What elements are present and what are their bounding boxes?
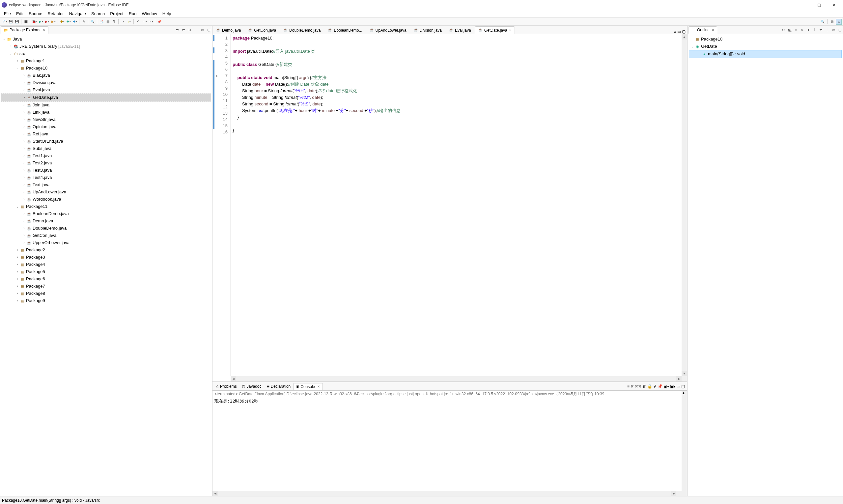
java-file-node[interactable]: ›☕GetCon.java [1, 232, 211, 239]
outline-menu-button[interactable]: ⋮ [825, 28, 830, 33]
package-explorer-tree[interactable]: ⌄📁 Java ›📚 JRE System Library [JavaSE-11… [0, 34, 212, 496]
forward-button[interactable]: → [148, 19, 154, 25]
package-node[interactable]: ›▦Package3 [1, 254, 211, 261]
package-node[interactable]: ›▦ Package1 [1, 57, 211, 65]
console-clear-button[interactable]: 🗑 [642, 384, 646, 389]
java-file-node[interactable]: ›☕Text.java [1, 181, 211, 188]
java-perspective-button[interactable]: ♨ [836, 19, 842, 25]
last-edit-button[interactable]: ↶ [135, 19, 141, 25]
menu-help[interactable]: Help [160, 11, 174, 17]
quick-access-button[interactable]: 🔍 [820, 19, 826, 25]
java-file-node[interactable]: ›☕Blak.java [1, 72, 211, 79]
editor-content[interactable]: package Package10; import java.util.Date… [231, 34, 682, 376]
menu-source[interactable]: Source [26, 11, 45, 17]
package-node[interactable]: ›▦Package9 [1, 297, 211, 304]
new-button[interactable]: 📄 [1, 19, 7, 25]
save-button[interactable]: 💾 [7, 19, 14, 25]
console-scroll-lock-button[interactable]: 🔒 [647, 384, 652, 389]
menu-refactor[interactable]: Refactor [45, 11, 67, 17]
close-icon[interactable]: ✕ [317, 385, 320, 389]
project-node[interactable]: ⌄📁 Java [1, 36, 211, 43]
src-folder-node[interactable]: ⌄🗀 src [1, 50, 211, 57]
console-output[interactable]: 现在是:22时39分02秒 [213, 398, 682, 491]
minimize-button[interactable]: — [797, 0, 812, 10]
scroll-right-icon[interactable]: ▶ [676, 376, 682, 381]
editor-tab[interactable]: ☕BooleanDemo... [324, 26, 366, 34]
console-terminate-button[interactable]: ■ [627, 384, 629, 389]
java-file-node[interactable]: ›☕Test2.java [1, 159, 211, 167]
search-button[interactable]: 🔍 [90, 19, 95, 25]
run-button[interactable]: ▶ [38, 19, 44, 25]
console-remove-all-button[interactable]: ✖✖ [635, 384, 641, 389]
close-window-button[interactable]: ✕ [827, 0, 841, 10]
minimize-view-button[interactable]: ▭ [200, 28, 205, 33]
scroll-down-icon[interactable]: ▼ [682, 371, 687, 376]
editor-tab[interactable]: ☕Demo.java [213, 26, 245, 34]
outline-tree[interactable]: ▦ Package10 ⌄◉ GetDate ● main(String[]) … [687, 34, 843, 59]
console-show-button[interactable]: ▣▾ [663, 384, 669, 389]
toggle-block-button[interactable]: ▤ [105, 19, 111, 25]
console-word-wrap-button[interactable]: ↲ [653, 384, 657, 389]
outline-focus-button[interactable]: ⊙ [781, 28, 786, 33]
menu-file[interactable]: File [1, 11, 14, 17]
java-file-node[interactable]: ›☕Opinion.java [1, 123, 211, 130]
focus-button[interactable]: ⊙ [187, 28, 192, 33]
next-annotation-button[interactable]: ↓ [120, 19, 126, 25]
run-last-button[interactable]: ▶ [50, 19, 56, 25]
new-package-button[interactable]: ✚ [66, 19, 71, 25]
maximize-button[interactable]: ▢ [812, 0, 827, 10]
coverage-button[interactable]: ▶ [44, 19, 50, 25]
package-node[interactable]: ›▦Package7 [1, 283, 211, 290]
java-file-node[interactable]: ›☕Wordbook.java [1, 196, 211, 203]
view-menu-button[interactable]: ⋮ [193, 28, 199, 33]
maximize-view-button[interactable]: ▢ [206, 28, 211, 33]
menu-project[interactable]: Project [107, 11, 126, 17]
menu-search[interactable]: Search [89, 11, 107, 17]
console-open-button[interactable]: ▣▾ [670, 384, 676, 389]
editor-vertical-scrollbar[interactable]: ▲ ▼ [682, 34, 687, 376]
console-pin-button[interactable]: 📌 [658, 384, 662, 389]
outline-hide-local-button[interactable]: l [812, 28, 817, 33]
bottom-tab-declaration[interactable]: ≣Declaration [264, 383, 293, 390]
toggle-mark-button[interactable]: 📑 [98, 19, 104, 25]
close-icon[interactable]: ✕ [509, 29, 511, 32]
open-perspective-button[interactable]: ⊞ [829, 19, 835, 25]
bottom-tab-problems[interactable]: ⚠Problems [213, 383, 239, 390]
minimize-bottom-button[interactable]: ▭ [677, 384, 680, 389]
pin-editor-button[interactable]: 📌 [157, 19, 162, 25]
package-node[interactable]: ›▦Package6 [1, 275, 211, 283]
java-file-node[interactable]: ›☕StartOrEnd.java [1, 138, 211, 145]
bottom-tab-javadoc[interactable]: @Javadoc [239, 383, 264, 390]
package-node[interactable]: ›▦Package8 [1, 290, 211, 297]
maximize-outline-button[interactable]: ▢ [837, 28, 842, 33]
outline-hide-nonpublic-button[interactable]: ● [806, 28, 811, 33]
java-file-node[interactable]: ›☕Test4.java [1, 174, 211, 181]
close-icon[interactable]: ✕ [712, 28, 714, 32]
save-all-button[interactable]: 💾 [14, 19, 20, 25]
package-node[interactable]: ›▦Package2 [1, 247, 211, 254]
java-file-node[interactable]: ›☕Demo.java [1, 217, 211, 224]
editor-tab[interactable]: ☕GetDate.java✕ [475, 26, 515, 34]
collapse-all-button[interactable]: ⇆ [175, 28, 180, 33]
editor-tab[interactable]: ☕UpAndLower.java [366, 26, 410, 34]
java-file-node[interactable]: ›☕NewStr.java [1, 116, 211, 123]
java-file-node[interactable]: ›☕GetDate.java [1, 93, 211, 102]
console-remove-button[interactable]: ✖ [630, 384, 634, 389]
jre-library-node[interactable]: ›📚 JRE System Library [JavaSE-11] [1, 43, 211, 50]
package-node[interactable]: ›▦Package5 [1, 268, 211, 275]
java-file-node[interactable]: ›☕Join.java [1, 102, 211, 109]
show-list-button[interactable]: » [674, 29, 676, 34]
link-with-editor-button[interactable]: ⇄ [181, 28, 186, 33]
package-explorer-tab[interactable]: 📂 Package Explorer ✕ [1, 26, 49, 34]
editor-tab[interactable]: ☕GetCon.java [245, 26, 280, 34]
maximize-editor-button[interactable]: ▢ [682, 29, 685, 34]
menu-run[interactable]: Run [126, 11, 139, 17]
new-class-button[interactable]: ✚ [72, 19, 78, 25]
console-horizontal-scrollbar[interactable]: ◀ ▶ [213, 491, 682, 496]
new-java-button[interactable]: ✚ [59, 19, 65, 25]
console-vertical-scrollbar[interactable]: ▲ [682, 391, 687, 496]
editor-tab[interactable]: ☕Division.java [410, 26, 445, 34]
java-file-node[interactable]: ›☕Test1.java [1, 152, 211, 159]
open-task-button[interactable]: ✎ [81, 19, 87, 25]
menu-window[interactable]: Window [139, 11, 160, 17]
